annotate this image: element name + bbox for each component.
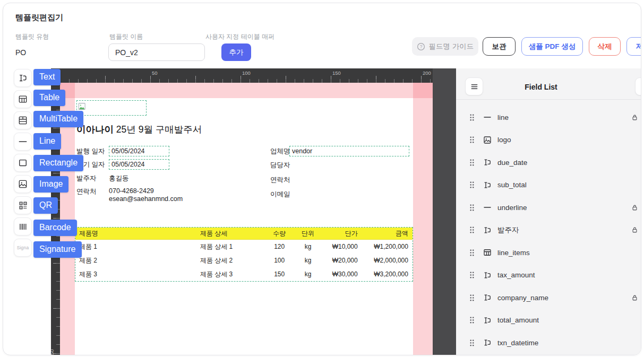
table-cell: ₩1,200,000 bbox=[362, 240, 413, 254]
tooltip-signature: Signature bbox=[33, 241, 82, 258]
field-label: company_name bbox=[497, 294, 548, 302]
document-page[interactable]: 이아나이 25년 9월 구매발주서 발행 일자 05/05/2024 만기 일자… bbox=[60, 83, 433, 355]
drag-handle-icon[interactable] bbox=[469, 204, 475, 212]
field-list-item[interactable]: due_date bbox=[456, 151, 641, 174]
table-cell: 제품 1 bbox=[75, 240, 200, 254]
drag-handle-icon[interactable] bbox=[469, 113, 475, 121]
tool-text-button[interactable] bbox=[14, 69, 32, 87]
delete-button[interactable]: 삭제 bbox=[589, 37, 621, 56]
logo-field[interactable] bbox=[76, 100, 147, 116]
table-cell: 제품 상세 3 bbox=[200, 267, 264, 281]
margin-overlay-top bbox=[60, 83, 433, 98]
drag-handle-icon[interactable] bbox=[469, 294, 475, 302]
drag-handle-icon[interactable] bbox=[469, 159, 475, 167]
table-cell: 100 bbox=[264, 254, 295, 267]
vendor-field[interactable]: vendor bbox=[289, 146, 409, 156]
tool-signature-button[interactable]: Signa bbox=[14, 239, 32, 257]
tool-rectangle-button[interactable] bbox=[14, 154, 32, 172]
orderer-label: 발주자 bbox=[76, 174, 97, 183]
table-cell: kg bbox=[295, 254, 322, 267]
drag-handle-icon[interactable] bbox=[469, 249, 475, 257]
image-icon bbox=[483, 135, 492, 145]
field-list-item[interactable]: tax_amount bbox=[456, 264, 641, 287]
collapse-panel-button[interactable] bbox=[635, 77, 641, 95]
lock-icon[interactable] bbox=[631, 294, 639, 302]
tooltip-qr: QR bbox=[33, 197, 58, 214]
contact-label: 연락처 bbox=[76, 187, 97, 196]
margin-overlay-right bbox=[413, 83, 433, 355]
field-label: underline bbox=[497, 204, 527, 212]
contact-phone: 070-4268-2429 bbox=[109, 187, 154, 195]
ruler-label-100: 100 bbox=[242, 70, 251, 76]
drag-handle-icon[interactable] bbox=[469, 181, 475, 189]
table-cell: 제품 상세 2 bbox=[200, 254, 264, 267]
table-cell: 120 bbox=[264, 240, 295, 254]
due-date-field[interactable]: 05/05/2024 bbox=[109, 159, 169, 170]
text-field-icon bbox=[483, 293, 492, 302]
field-list-item[interactable]: sub_total bbox=[456, 174, 641, 197]
orderer-value: 홍길동 bbox=[109, 174, 129, 183]
canvas-viewport[interactable]: 50 100 150 200 150 이아나이 25년 9월 구매발주서 bbox=[51, 68, 456, 355]
line-icon bbox=[483, 112, 492, 122]
drag-handle-icon[interactable] bbox=[469, 271, 475, 279]
arrow-right-bar-icon bbox=[640, 83, 642, 91]
table-icon bbox=[18, 94, 28, 104]
field-list-item[interactable]: logo bbox=[456, 129, 641, 152]
add-table-mapper-button[interactable]: 추가 bbox=[221, 43, 251, 61]
table-cell: 제품 2 bbox=[75, 254, 200, 267]
field-list-item[interactable]: line_items bbox=[456, 241, 641, 264]
line-items-table[interactable]: 제품명제품 상세수량단위단가금액제품 1제품 상세 1120kg₩10,000₩… bbox=[75, 227, 413, 282]
field-label: tax_amount bbox=[497, 271, 535, 279]
save-button[interactable]: 저장 bbox=[626, 37, 641, 56]
field-list-item[interactable]: 발주자 bbox=[456, 219, 641, 242]
field-label: line_items bbox=[497, 249, 530, 257]
page-title: 템플릿편집기 bbox=[15, 13, 63, 23]
tool-image-button[interactable] bbox=[14, 175, 32, 193]
text-field-icon bbox=[483, 338, 492, 347]
tool-table-button[interactable] bbox=[14, 90, 32, 108]
field-list-item[interactable]: line bbox=[456, 106, 641, 129]
tooltip-table: Table bbox=[33, 90, 65, 106]
table-cell: ₩3,200,000 bbox=[362, 267, 413, 281]
template-name-input[interactable] bbox=[108, 43, 205, 61]
signature-icon: Signa bbox=[17, 245, 29, 250]
sample-pdf-button[interactable]: 샘플 PDF 생성 bbox=[521, 37, 583, 56]
panel-divider bbox=[456, 99, 641, 100]
tool-multitable-button[interactable] bbox=[14, 111, 32, 129]
field-list-item[interactable]: company_name bbox=[456, 286, 641, 309]
field-list-item[interactable]: total_amount bbox=[456, 309, 641, 332]
issue-date-field[interactable]: 05/05/2024 bbox=[109, 146, 169, 156]
image-icon bbox=[18, 179, 28, 189]
tool-barcode-button[interactable] bbox=[14, 217, 32, 235]
table-header-cell: 제품 상세 bbox=[200, 228, 264, 239]
table-cell: kg bbox=[295, 267, 322, 281]
field-label: logo bbox=[497, 136, 511, 144]
field-list-panel: Field List line bbox=[456, 68, 641, 355]
lock-icon[interactable] bbox=[631, 204, 639, 212]
text-field-icon bbox=[483, 225, 492, 235]
app-window: 템플릿편집기 템플릿 유형 템플릿 이름 사용자 지정 테이블 매퍼 PO 추가… bbox=[3, 3, 641, 355]
tooltip-text: Text bbox=[33, 69, 61, 85]
ruler-label-v150: 150 bbox=[51, 350, 55, 355]
template-name-label: 템플릿 이름 bbox=[109, 32, 143, 41]
field-label: sub_total bbox=[497, 181, 527, 189]
lock-icon[interactable] bbox=[631, 113, 639, 121]
text-field-icon bbox=[483, 316, 492, 325]
drag-handle-icon[interactable] bbox=[469, 226, 475, 234]
broken-image-icon bbox=[78, 102, 87, 111]
drag-handle-icon[interactable] bbox=[469, 136, 475, 144]
multitable-icon bbox=[18, 115, 28, 126]
field-list-item[interactable]: txn_datetime bbox=[456, 331, 641, 354]
text-field-icon bbox=[483, 158, 492, 167]
drag-handle-icon[interactable] bbox=[469, 339, 475, 347]
tool-line-button[interactable] bbox=[14, 133, 32, 151]
table-header-cell: 단위 bbox=[295, 228, 322, 239]
field-list: line logo bbox=[456, 100, 641, 355]
lock-icon[interactable] bbox=[631, 226, 639, 234]
archive-button[interactable]: 보관 bbox=[483, 37, 516, 56]
panel-title: Field List bbox=[456, 83, 626, 91]
field-guide-button[interactable]: ? 필드명 가이드 bbox=[412, 37, 478, 56]
drag-handle-icon[interactable] bbox=[469, 316, 475, 324]
field-list-item[interactable]: underline bbox=[456, 196, 641, 219]
tool-qr-button[interactable] bbox=[14, 196, 32, 214]
